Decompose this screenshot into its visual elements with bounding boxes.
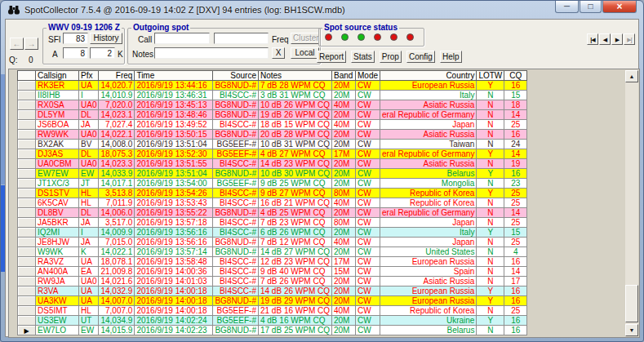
scroll-up-icon[interactable]: ▲	[625, 70, 638, 82]
cell-notes[interactable]: 19 dB 26 WPM CQ	[258, 110, 331, 120]
cell-source[interactable]: BG5EEF-#	[213, 149, 259, 159]
cell-pfx[interactable]: EW	[79, 169, 99, 179]
cell-lotw[interactable]: N	[477, 218, 504, 228]
cell-band[interactable]: 20M	[332, 326, 356, 335]
cell-time[interactable]: 2016/9/19 14:00:18	[135, 296, 213, 306]
cell-lotw[interactable]: Y	[477, 189, 504, 198]
row-selector[interactable]	[18, 100, 36, 110]
cell-callsign[interactable]: R3VA	[36, 286, 79, 296]
cell-notes[interactable]: 4 dB 16 WPM CQ	[258, 316, 331, 326]
cell-notes[interactable]: 4 dB 27 WPM CQ	[258, 149, 331, 159]
cell-pfx[interactable]: EA	[79, 267, 99, 277]
cell-lotw[interactable]: Y	[477, 286, 504, 296]
cell-cq[interactable]: 14	[504, 208, 527, 218]
cell-band[interactable]: 40M	[332, 306, 356, 316]
cell-notes[interactable]: 7 dB 23 WPM CQ	[258, 218, 331, 228]
cell-time[interactable]: 2016/9/19 13:48:46	[135, 110, 213, 120]
cell-lotw[interactable]: N	[477, 208, 504, 218]
cell-source[interactable]: BG5EEF-#	[213, 179, 259, 189]
cell-notes[interactable]: 17 dB 25 WPM CQ	[258, 326, 331, 335]
cell-band[interactable]: 15M	[332, 267, 356, 277]
cell-band[interactable]: 20M	[332, 159, 356, 169]
row-selector[interactable]	[18, 208, 36, 218]
row-selector[interactable]	[18, 198, 36, 208]
cell-freq[interactable]: 3,513.8	[99, 189, 135, 198]
cell-mode[interactable]: CW	[356, 189, 380, 198]
cell-pfx[interactable]: DL	[79, 208, 99, 218]
column-header-freq[interactable]: Freq	[99, 71, 135, 81]
cell-band[interactable]: 80M	[332, 218, 356, 228]
column-header-lotw[interactable]: LOTW	[477, 71, 504, 81]
cell-band[interactable]: 40M	[332, 238, 356, 247]
cell-lotw[interactable]: Y	[477, 296, 504, 306]
cell-lotw[interactable]: Y	[477, 81, 504, 91]
minimize-button[interactable]: ─	[555, 1, 579, 13]
cell-country[interactable]: Asiatic Russia	[380, 277, 477, 286]
cell-pfx[interactable]: JA	[79, 120, 99, 130]
cell-mode[interactable]: CW	[356, 110, 380, 120]
cell-country[interactable]: Belarus	[380, 169, 477, 179]
cell-source[interactable]: BI4SCC-#	[213, 120, 259, 130]
cell-band[interactable]: 20M	[332, 91, 356, 100]
cell-freq[interactable]: 7,027.4	[99, 120, 135, 130]
cell-band[interactable]: 20M	[332, 247, 356, 257]
cell-pfx[interactable]: JT	[79, 179, 99, 189]
cell-notes[interactable]: 14 dB 26 WPM CQ	[258, 286, 331, 296]
cell-notes[interactable]: 4 dB 25 WPM CQ	[258, 208, 331, 218]
cell-source[interactable]: BG5EEF-#	[213, 316, 259, 326]
cell-mode[interactable]: CW	[356, 306, 380, 316]
cell-lotw[interactable]: N	[477, 306, 504, 316]
column-header-mode[interactable]: Mode	[356, 71, 380, 81]
cell-notes[interactable]: 9 dB 25 WPM CQ	[258, 179, 331, 189]
cell-callsign[interactable]: RW9JA	[36, 277, 79, 286]
cell-lotw[interactable]: Y	[477, 228, 504, 238]
cell-lotw[interactable]: Y	[477, 149, 504, 159]
previous-spot-button[interactable]: ←	[10, 38, 24, 50]
cell-cq[interactable]: 14	[504, 267, 527, 277]
cell-notes[interactable]: 19 dB 29 WPM CQ	[258, 296, 331, 306]
nav-next-icon[interactable]: ▶	[611, 33, 623, 45]
cell-cq[interactable]: 25	[504, 198, 527, 208]
cell-pfx[interactable]: DL	[79, 149, 99, 159]
nav-first-icon[interactable]: |◀	[587, 33, 598, 45]
cell-pfx[interactable]: K	[79, 247, 99, 257]
cell-pfx[interactable]: I	[79, 91, 99, 100]
cell-callsign[interactable]: UA0CBM	[36, 159, 79, 169]
row-selector[interactable]	[18, 149, 36, 159]
cell-time[interactable]: 2016/9/19 14:02:24	[135, 316, 213, 326]
cell-source[interactable]: BI4SCC-#	[213, 218, 259, 228]
cell-mode[interactable]: CW	[356, 100, 380, 110]
row-selector[interactable]	[18, 316, 36, 326]
cell-callsign[interactable]: DL5YM	[36, 110, 79, 120]
cell-band[interactable]: 20M	[332, 316, 356, 326]
cell-mode[interactable]: CW	[356, 120, 380, 130]
cell-country[interactable]: Italy	[380, 91, 477, 100]
cell-source[interactable]: BI4SCC-#	[213, 267, 259, 277]
cell-freq[interactable]: 18,075.3	[99, 149, 135, 159]
cell-band[interactable]: 20M	[332, 140, 356, 149]
cell-callsign[interactable]: JE8HJW	[36, 238, 79, 247]
cell-lotw[interactable]: N	[477, 267, 504, 277]
cell-callsign[interactable]: RW9WK	[36, 130, 79, 140]
cell-lotw[interactable]: N	[477, 130, 504, 140]
cell-mode[interactable]: CW	[356, 286, 380, 296]
cell-band[interactable]: 20M	[332, 110, 356, 120]
cell-source[interactable]: BG8NUD-#	[213, 169, 259, 179]
cell-cq[interactable]: 25	[504, 218, 527, 228]
cell-notes[interactable]: 7 dB 26 WPM CQ	[258, 277, 331, 286]
clear-notes-button[interactable]: X	[272, 47, 285, 59]
cell-country[interactable]: eral Republic of Germany	[380, 149, 477, 159]
cell-mode[interactable]: CW	[356, 81, 380, 91]
cluster-button[interactable]: Cluster	[291, 33, 319, 44]
cell-freq[interactable]: 3,517.0	[99, 218, 135, 228]
cell-cq[interactable]: 16	[504, 296, 527, 306]
cell-pfx[interactable]: HL	[79, 189, 99, 198]
cell-freq[interactable]: 14,021.6	[99, 277, 135, 286]
cell-country[interactable]: eral Republic of Germany	[380, 110, 477, 120]
vertical-scrollbar[interactable]: ▲ ▼	[625, 70, 638, 336]
cell-cq[interactable]: 16	[504, 169, 527, 179]
cell-lotw[interactable]: N	[477, 140, 504, 149]
row-selector[interactable]	[18, 110, 36, 120]
cell-mode[interactable]: CW	[356, 277, 380, 286]
cell-pfx[interactable]: JA	[79, 238, 99, 247]
